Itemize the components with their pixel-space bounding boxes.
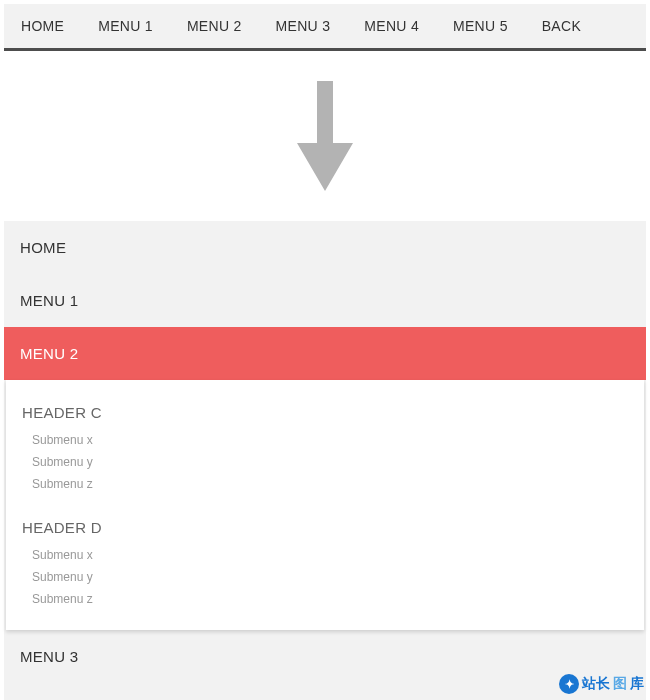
nav-menu-1[interactable]: MENU 1 [81,4,170,48]
vertical-menu: HOME MENU 1 MENU 2 HEADER C Submenu x Su… [4,221,646,700]
arrow-down-icon [297,81,353,191]
submenu-link[interactable]: Submenu y [22,451,628,473]
v-item-menu-4[interactable]: MENU 4 [4,683,646,700]
watermark-icon: ✦ [559,674,579,694]
v-item-menu-1[interactable]: MENU 1 [4,274,646,327]
v-item-home[interactable]: HOME [4,221,646,274]
v-item-menu-2[interactable]: MENU 2 [4,327,646,380]
submenu-link[interactable]: Submenu y [22,566,628,588]
nav-home[interactable]: HOME [4,4,81,48]
submenu-link[interactable]: Submenu z [22,473,628,495]
submenu-link[interactable]: Submenu x [22,429,628,451]
submenu-link[interactable]: Submenu x [22,544,628,566]
submenu-header-c: HEADER C [22,394,628,429]
submenu-group-d: HEADER D Submenu x Submenu y Submenu z [22,509,628,610]
arrow-container [0,51,650,221]
top-nav: HOME MENU 1 MENU 2 MENU 3 MENU 4 MENU 5 … [4,4,646,51]
watermark-text-2: 图 [613,675,627,693]
watermark-text-3: 库 [630,675,644,693]
v-item-menu-3[interactable]: MENU 3 [4,630,646,683]
submenu-link[interactable]: Submenu z [22,588,628,610]
nav-back[interactable]: BACK [525,4,598,48]
nav-menu-5[interactable]: MENU 5 [436,4,525,48]
watermark: ✦ 站长 图 库 [559,674,644,694]
nav-menu-3[interactable]: MENU 3 [259,4,348,48]
watermark-text-1: 站长 [582,675,610,693]
nav-menu-4[interactable]: MENU 4 [347,4,436,48]
submenu-panel: HEADER C Submenu x Submenu y Submenu z H… [6,380,644,630]
submenu-group-c: HEADER C Submenu x Submenu y Submenu z [22,394,628,495]
nav-menu-2[interactable]: MENU 2 [170,4,259,48]
submenu-header-d: HEADER D [22,509,628,544]
